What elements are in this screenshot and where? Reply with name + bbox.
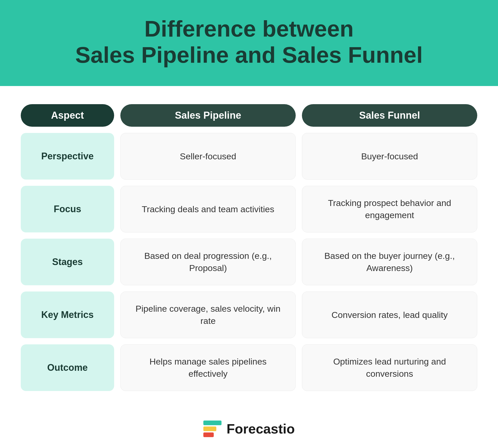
page-header: Difference between Sales Pipeline and Sa… — [0, 0, 498, 86]
logo-text: Forecastio — [227, 421, 295, 437]
aspect-cell-stages: Stages — [21, 239, 114, 285]
aspect-label-stages: Stages — [52, 257, 83, 267]
funnel-cell-perspective: Buyer-focused — [302, 133, 477, 180]
aspect-cell-perspective: Perspective — [21, 133, 114, 180]
table-row: Outcome Helps manage sales pipelines eff… — [21, 344, 477, 391]
pipeline-cell-key-metrics: Pipeline coverage, sales velocity, win r… — [120, 291, 296, 338]
pipeline-header-label: Sales Pipeline — [175, 110, 241, 121]
aspect-cell-focus: Focus — [21, 186, 114, 232]
table-row: Perspective Seller-focused Buyer-focused — [21, 133, 477, 180]
aspect-label-key-metrics: Key Metrics — [41, 309, 94, 320]
table-row: Stages Based on deal progression (e.g., … — [21, 239, 477, 285]
aspect-cell-outcome: Outcome — [21, 344, 114, 391]
table-header-row: Aspect Sales Pipeline Sales Funnel — [21, 104, 477, 127]
funnel-value-stages: Based on the buyer journey (e.g., Awaren… — [313, 250, 467, 274]
funnel-value-outcome: Optimizes lead nurturing and conversions — [313, 355, 467, 380]
aspect-label-perspective: Perspective — [41, 151, 94, 162]
table-row: Key Metrics Pipeline coverage, sales vel… — [21, 291, 477, 338]
logo-bar-yellow — [203, 426, 216, 431]
pipeline-value-perspective: Seller-focused — [180, 150, 236, 163]
funnel-value-perspective: Buyer-focused — [361, 150, 418, 163]
pipeline-header-cell: Sales Pipeline — [120, 104, 296, 127]
aspect-label-focus: Focus — [54, 204, 81, 215]
funnel-value-key-metrics: Conversion rates, lead quality — [331, 309, 448, 321]
main-content: Aspect Sales Pipeline Sales Funnel Persp… — [0, 86, 498, 413]
page-title: Difference between Sales Pipeline and Sa… — [21, 16, 477, 68]
pipeline-cell-focus: Tracking deals and team activities — [120, 186, 296, 232]
funnel-cell-key-metrics: Conversion rates, lead quality — [302, 291, 477, 338]
logo-bar-green — [203, 421, 222, 425]
pipeline-value-stages: Based on deal progression (e.g., Proposa… — [131, 250, 285, 274]
funnel-cell-outcome: Optimizes lead nurturing and conversions — [302, 344, 477, 391]
logo-icon — [203, 421, 222, 437]
aspect-label-outcome: Outcome — [47, 362, 88, 373]
table-row: Focus Tracking deals and team activities… — [21, 186, 477, 232]
funnel-cell-focus: Tracking prospect behavior and engagemen… — [302, 186, 477, 232]
pipeline-value-focus: Tracking deals and team activities — [142, 203, 274, 216]
pipeline-cell-outcome: Helps manage sales pipelines effectively — [120, 344, 296, 391]
funnel-cell-stages: Based on the buyer journey (e.g., Awaren… — [302, 239, 477, 285]
aspect-header-cell: Aspect — [21, 104, 114, 127]
logo-bar-red — [203, 432, 214, 437]
footer: Forecastio — [203, 421, 295, 448]
funnel-header-label: Sales Funnel — [359, 110, 420, 121]
funnel-header-cell: Sales Funnel — [302, 104, 477, 127]
pipeline-cell-perspective: Seller-focused — [120, 133, 296, 180]
aspect-cell-key-metrics: Key Metrics — [21, 291, 114, 338]
pipeline-cell-stages: Based on deal progression (e.g., Proposa… — [120, 239, 296, 285]
pipeline-value-key-metrics: Pipeline coverage, sales velocity, win r… — [131, 303, 285, 327]
funnel-value-focus: Tracking prospect behavior and engagemen… — [313, 197, 467, 222]
pipeline-value-outcome: Helps manage sales pipelines effectively — [131, 355, 285, 380]
aspect-header-label: Aspect — [51, 110, 84, 121]
